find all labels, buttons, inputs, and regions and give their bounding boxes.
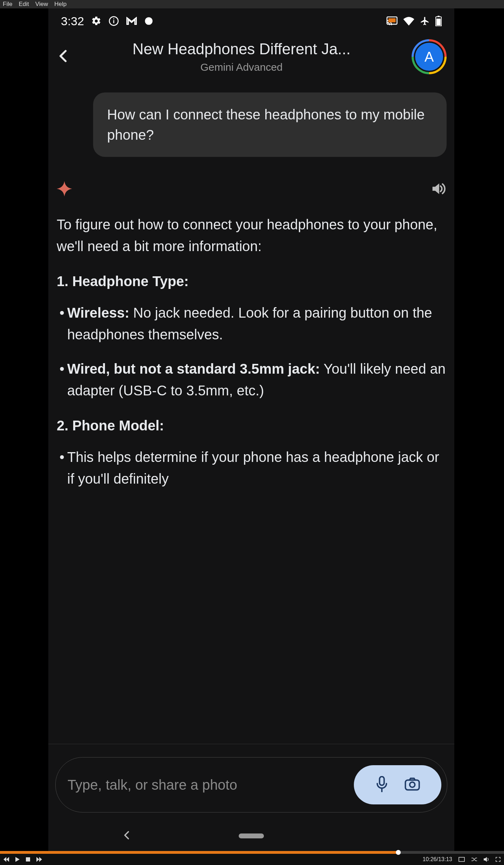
mic-button[interactable] <box>375 776 389 794</box>
seek-bar[interactable] <box>0 851 504 854</box>
svg-rect-5 <box>388 18 396 22</box>
menu-file[interactable]: File <box>3 1 12 8</box>
phone-frame: 3:32 <box>48 8 454 851</box>
android-status-bar: 3:32 <box>48 8 454 34</box>
bullet-bold: Wireless: <box>67 305 130 320</box>
shuffle-button[interactable] <box>471 857 477 862</box>
svg-rect-8 <box>436 19 441 26</box>
nav-home-pill[interactable] <box>239 833 264 838</box>
back-button[interactable] <box>56 48 71 65</box>
svg-rect-7 <box>438 16 439 17</box>
response-intro: To figure out how to connect your headph… <box>57 214 446 257</box>
menu-edit[interactable]: Edit <box>19 1 29 8</box>
wifi-icon <box>403 16 414 26</box>
battery-icon <box>435 16 442 26</box>
assistant-response: To figure out how to connect your headph… <box>48 214 454 490</box>
input-placeholder: Type, talk, or share a photo <box>68 776 354 794</box>
aspect-button[interactable] <box>458 857 465 862</box>
skip-back-button[interactable] <box>4 857 9 862</box>
app-header: New Headphones Different Ja... Gemini Ad… <box>48 34 454 85</box>
stop-button[interactable] <box>26 857 30 861</box>
input-area: Type, talk, or share a photo <box>48 757 454 812</box>
fullscreen-button[interactable] <box>496 857 500 862</box>
user-message: How can I connect these headphones to my… <box>93 92 447 157</box>
profile-avatar[interactable]: A <box>412 39 447 74</box>
menu-view[interactable]: View <box>35 1 48 8</box>
svg-point-3 <box>145 17 153 25</box>
settings-icon <box>91 16 102 26</box>
bullet-bold: Wired, but not a standard 3.5mm jack: <box>67 361 320 376</box>
app-menubar: File Edit View Help <box>0 0 504 8</box>
svg-rect-14 <box>459 857 464 861</box>
message-input[interactable]: Type, talk, or share a photo <box>55 757 447 812</box>
status-time: 3:32 <box>61 14 84 28</box>
list-item: • Wired, but not a standard 3.5mm jack: … <box>57 358 446 401</box>
camera-button[interactable] <box>404 777 420 793</box>
chat-title: New Headphones Different Ja... <box>133 40 351 58</box>
spark-icon <box>57 181 72 198</box>
android-nav-bar <box>48 821 454 851</box>
bullet-text: This helps determine if your phone has a… <box>67 449 439 486</box>
avatar-letter: A <box>415 43 443 71</box>
screen-root: File Edit View Help 3:32 <box>0 0 504 865</box>
svg-rect-13 <box>26 857 30 861</box>
nav-back-button[interactable] <box>122 830 132 842</box>
response-heading-2: 2. Phone Model: <box>57 415 446 436</box>
assistant-header-row <box>48 178 454 214</box>
dot-icon <box>144 16 153 26</box>
response-heading-1: 1. Headphone Type: <box>57 270 446 292</box>
info-icon <box>108 16 119 26</box>
playback-time: 10:26/13:13 <box>422 856 452 863</box>
play-button[interactable] <box>15 857 20 862</box>
list-item: • Wireless: No jack needed. Look for a p… <box>57 302 446 345</box>
svg-rect-9 <box>379 777 384 786</box>
cast-icon <box>386 16 398 26</box>
speaker-button[interactable] <box>430 181 446 198</box>
airplane-icon <box>420 16 430 26</box>
svg-point-12 <box>410 782 415 787</box>
chat-subtitle: Gemini Advanced <box>200 61 282 73</box>
input-divider <box>48 744 454 744</box>
gmail-icon <box>126 17 137 25</box>
menu-help[interactable]: Help <box>54 1 66 8</box>
media-player-bar: 10:26/13:13 <box>0 851 504 865</box>
skip-forward-button[interactable] <box>36 857 42 862</box>
svg-point-2 <box>113 18 114 19</box>
volume-button[interactable] <box>484 857 489 862</box>
list-item: • This helps determine if your phone has… <box>57 446 446 490</box>
input-actions <box>354 765 441 804</box>
seek-thumb[interactable] <box>396 850 401 855</box>
